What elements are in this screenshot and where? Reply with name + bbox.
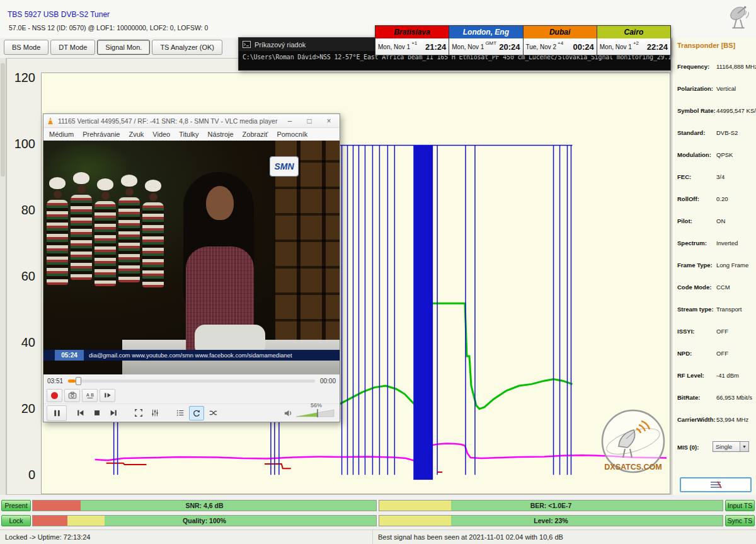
mis-dropdown[interactable]: Single ▼ [713,441,749,452]
field-value: 11164,888 MHz [716,63,756,70]
transponder-field: RF Level: -41 dBm [672,369,756,391]
transponder-fields: Frequency: 11164,888 MHz Polarization: V… [672,61,756,436]
transponder-field: Stream type: Transport [672,303,756,325]
clock-time: 21:24 [425,42,446,52]
field-label: NPD: [677,350,692,357]
present-indicator[interactable]: Present [1,500,31,511]
menu-item[interactable]: Titulky [175,128,203,141]
y-axis-tick-label: 20 [8,402,35,416]
volume-slider[interactable] [295,408,335,418]
close-button[interactable]: × [321,115,337,127]
field-value: QPSK [716,151,733,158]
pause-button[interactable] [47,405,67,421]
vlc-titlebar[interactable]: 11165 Vertical 44995,547 / RF: -41 SNR: … [43,114,340,128]
smn-logo: SMN [270,157,298,176]
frame-step-icon [103,391,112,400]
playlist-button[interactable] [173,406,188,420]
field-value: 3/4 [716,173,724,180]
transponder-field: Frame Type: Long Frame [672,259,756,281]
best-signal-text: Best signal has been seen at 2021-11-01 … [373,530,756,544]
field-label: Standard: [677,129,705,136]
chevron-down-icon[interactable]: ▼ [740,442,748,451]
ticker-clock: 05:24 [55,350,84,361]
transponder-field: Pilot: ON [672,215,756,237]
next-button[interactable] [106,406,121,420]
input-ts-indicator[interactable]: Input TS [725,500,755,511]
y-axis-tick-label: 100 [8,137,35,151]
seek-slider[interactable] [68,379,315,383]
transponder-field: CarrierWidth: 53,994 MHz [672,414,756,436]
field-value: 44995,547 KS/s [716,107,756,114]
menu-item[interactable]: Pomocník [272,128,312,141]
watermark-text: DXSATCS.COM [604,463,662,472]
seek-row: 03:51 00:00 [43,374,340,387]
menu-item[interactable]: Nástroje [203,128,238,141]
cmd-icon [243,40,251,49]
transponder-field: FEC: 3/4 [672,171,756,193]
volume-controls: 56% [284,408,335,418]
volume-icon[interactable] [284,408,293,418]
mode-tab[interactable]: TS Analyzer (OK) [152,40,222,55]
svg-text:B: B [91,393,94,397]
minimize-button[interactable]: – [282,115,298,127]
field-label: Stream type: [677,306,714,313]
field-label: CarrierWidth: [677,416,716,423]
field-value: Vertical [716,85,736,92]
frame-step-button[interactable] [100,389,115,402]
ber-bar-text: BER: <1.0E-7 [379,501,723,511]
mode-tab[interactable]: BS Mode [4,40,49,55]
clock-city-header: London, Eng [449,26,522,38]
clock-utc-offset: +4 [558,40,563,46]
clock-time: 20:24 [499,42,520,52]
menu-item[interactable]: Zvuk [124,128,148,141]
series-level [312,303,573,408]
seek-handle[interactable] [76,377,81,385]
mode-tab[interactable]: DT Mode [50,40,95,55]
quality-bar: Quality: 100% [32,515,377,526]
extended-settings-button[interactable] [147,406,163,420]
vertical-scrollbar[interactable] [0,58,6,495]
field-label: Frame Type: [677,262,713,269]
series-ber [265,464,291,468]
snr-bar-text: SNR: 4,6 dB [33,501,376,511]
random-button[interactable] [205,406,220,420]
sync-ts-indicator[interactable]: Sync TS [725,515,755,526]
clock-city-header: Bratislava [375,26,449,38]
scrollbar-thumb[interactable] [1,63,5,177]
ab-loop-button[interactable]: A B [82,389,98,402]
mis-row: MIS (0): Single ▼ [672,441,756,456]
clock-time: 22:24 [647,42,668,52]
field-value: 53,994 MHz [716,416,748,423]
previous-icon [76,408,85,417]
menu-item[interactable]: Zobraziť [238,128,273,141]
loop-button[interactable] [189,406,204,420]
video-dancer [118,175,140,282]
transponder-panel: Transponder [BS] Frequency: 11164,888 MH… [672,38,756,495]
vlc-cone-icon [46,117,55,125]
video-presenter-face [206,186,234,220]
fullscreen-button[interactable] [131,406,146,420]
vlc-playback-toolbar: 56% [43,403,340,422]
stop-button[interactable] [89,406,105,420]
menu-item[interactable]: Prehrávanie [78,128,124,141]
transponder-field: Modulation: QPSK [672,149,756,171]
field-value: 66,953 Mbit/s [716,394,752,401]
lock-status-text: Locked -> Uptime: 72:13:24 [0,530,373,544]
snapshot-button[interactable] [64,389,80,402]
maximize-button[interactable]: □ [301,115,318,127]
transponder-field: BitRate: 66,953 Mbit/s [672,391,756,414]
world-clock: Dubai Tue, Nov 2 +4 00:24 [523,25,597,55]
menu-item[interactable]: Médium [45,128,78,141]
ts-info-button[interactable] [680,477,752,492]
mode-tab[interactable]: Signal Mon. [97,40,150,55]
previous-button[interactable] [73,406,88,420]
lock-indicator[interactable]: Lock [1,515,31,526]
field-value: 0.20 [716,195,728,202]
pause-icon [52,408,62,418]
field-label: FEC: [677,173,691,180]
menu-item[interactable]: Video [148,128,175,141]
field-label: Polarization: [677,85,713,92]
vlc-advanced-toolbar: A B [43,387,340,403]
transponder-panel-title: Transponder [BS] [677,42,735,49]
record-button[interactable] [47,389,62,402]
